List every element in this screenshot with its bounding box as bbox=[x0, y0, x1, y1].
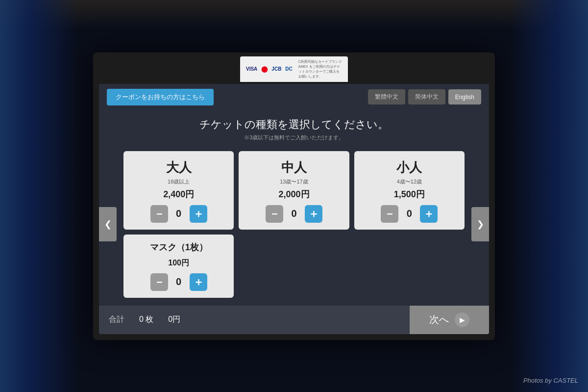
curtain-left bbox=[0, 0, 78, 392]
qty-minus-adult[interactable]: － bbox=[150, 205, 168, 223]
ceiling-lights bbox=[0, 0, 588, 29]
card-note: C利用可能なカードブランド AMEX をご利用の方はチケットカウンターでご購入を… bbox=[298, 59, 342, 79]
ticket-age-child: 4歳〜12歳 bbox=[360, 178, 459, 185]
qty-value-teen: 0 bbox=[288, 208, 300, 219]
mc-logo: ⬤ bbox=[261, 66, 268, 73]
coupon-button[interactable]: クーポンをお持ちの方はこちら bbox=[107, 89, 214, 105]
ticket-name-adult: 大人 bbox=[129, 159, 228, 176]
extras-row: マスク（1枚） 100円 － 0 ＋ bbox=[123, 235, 465, 298]
next-button-label: 次へ bbox=[429, 313, 449, 326]
mask-price: 100円 bbox=[129, 258, 228, 268]
qty-plus-adult[interactable]: ＋ bbox=[190, 205, 207, 223]
mask-name: マスク（1枚） bbox=[129, 241, 228, 253]
lang-button-zh-cn[interactable]: 简体中文 bbox=[408, 89, 445, 105]
ticket-card-adult: 大人 18歳以上 2,400円 － 0 ＋ bbox=[123, 151, 234, 230]
jcb-logo: JCB bbox=[271, 66, 281, 72]
main-screen: クーポンをお持ちの方はこちら 繁體中文 简体中文 English チケットの種類… bbox=[99, 84, 489, 334]
top-bar: クーポンをお持ちの方はこちら 繁體中文 简体中文 English bbox=[99, 84, 489, 110]
ticket-price-child: 1,500円 bbox=[360, 188, 459, 200]
total-section: 合計 0 枚 0円 bbox=[99, 306, 410, 334]
ticket-price-teen: 2,000円 bbox=[245, 188, 343, 200]
nav-arrow-left[interactable]: ❮ bbox=[99, 207, 117, 241]
bottom-bar: 合計 0 枚 0円 次へ ▶ bbox=[99, 306, 489, 334]
qty-minus-mask[interactable]: － bbox=[150, 273, 168, 291]
ticket-grid: 大人 18歳以上 2,400円 － 0 ＋ 中人 13歳〜17歳 2,000円 … bbox=[123, 151, 465, 230]
language-selector: 繁體中文 简体中文 English bbox=[368, 89, 481, 105]
ticket-age-teen: 13歳〜17歳 bbox=[245, 178, 343, 185]
watermark: Photos by CASTEL bbox=[523, 377, 578, 384]
next-arrow-icon: ▶ bbox=[455, 313, 469, 327]
total-count-value: 0 bbox=[139, 315, 144, 323]
kiosk-machine: VISA ⬤ JCB DC C利用可能なカードブランド AMEX をご利用の方は… bbox=[93, 52, 495, 340]
qty-value-adult: 0 bbox=[173, 208, 185, 219]
qty-control-adult: － 0 ＋ bbox=[129, 205, 228, 223]
nav-arrow-right[interactable]: ❯ bbox=[471, 207, 489, 241]
total-count: 0 枚 bbox=[139, 314, 153, 325]
ticket-name-child: 小人 bbox=[360, 159, 459, 176]
qty-minus-teen[interactable]: － bbox=[266, 205, 283, 223]
ticket-selection-area: ❮ ❯ 大人 18歳以上 2,400円 － 0 ＋ 中人 bbox=[99, 143, 489, 306]
lang-button-en[interactable]: English bbox=[448, 89, 481, 105]
lang-button-zh-tw[interactable]: 繁體中文 bbox=[368, 89, 405, 105]
total-count-unit: 枚 bbox=[146, 315, 153, 323]
ticket-card-child: 小人 4歳〜12歳 1,500円 － 0 ＋ bbox=[354, 151, 465, 230]
curtain-right bbox=[510, 0, 588, 392]
qty-minus-child[interactable]: － bbox=[381, 205, 398, 223]
visa-logo: VISA bbox=[246, 66, 257, 72]
qty-plus-child[interactable]: ＋ bbox=[420, 205, 438, 223]
qty-value-child: 0 bbox=[403, 208, 415, 219]
total-amount: 0円 bbox=[168, 314, 180, 325]
qty-control-child: － 0 ＋ bbox=[360, 205, 459, 223]
page-subtitle: ※3歳以下は無料でご入館いただけます。 bbox=[99, 134, 489, 141]
next-button[interactable]: 次へ ▶ bbox=[410, 306, 489, 334]
total-amount-value: 0 bbox=[168, 315, 172, 323]
page-title: チケットの種類を選択してください。 bbox=[99, 117, 489, 132]
total-amount-unit: 円 bbox=[172, 315, 180, 323]
ticket-age-adult: 18歳以上 bbox=[129, 178, 228, 185]
qty-control-mask: － 0 ＋ bbox=[129, 273, 228, 291]
main-title-area: チケットの種類を選択してください。 ※3歳以下は無料でご入館いただけます。 bbox=[99, 110, 489, 143]
ticket-card-teen: 中人 13歳〜17歳 2,000円 － 0 ＋ bbox=[239, 151, 349, 230]
card-brands-bar: VISA ⬤ JCB DC C利用可能なカードブランド AMEX をご利用の方は… bbox=[240, 56, 348, 82]
qty-control-teen: － 0 ＋ bbox=[245, 205, 343, 223]
total-label: 合計 bbox=[109, 314, 124, 325]
dc-logo: DC bbox=[285, 66, 292, 72]
ticket-price-adult: 2,400円 bbox=[129, 188, 228, 200]
qty-value-mask: 0 bbox=[173, 276, 185, 287]
ticket-name-teen: 中人 bbox=[245, 159, 343, 176]
ticket-card-mask: マスク（1枚） 100円 － 0 ＋ bbox=[123, 235, 234, 298]
qty-plus-mask[interactable]: ＋ bbox=[190, 273, 207, 291]
qty-plus-teen[interactable]: ＋ bbox=[305, 205, 322, 223]
